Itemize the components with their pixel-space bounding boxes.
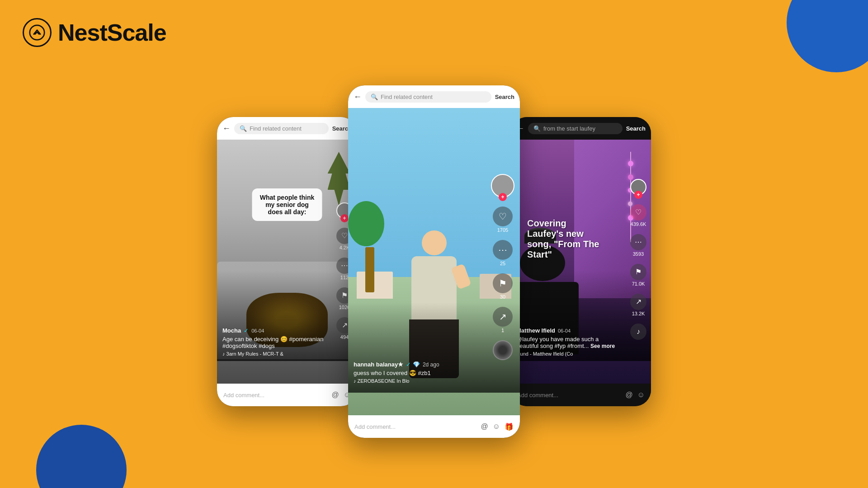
search-bar-left[interactable]: 🔍 Find related content xyxy=(234,123,329,134)
comment-icon-right: ⋯ xyxy=(630,234,646,250)
comment-icons-right: @ ☺ xyxy=(625,391,645,399)
emoji-icon-center[interactable]: ☺ xyxy=(493,422,500,431)
heart-icon-right: ♡ xyxy=(630,204,646,221)
search-icon-right: 🔍 xyxy=(533,125,541,132)
phone-center-header: ← 🔍 Find related content Search xyxy=(348,85,520,108)
follow-btn-center[interactable]: + xyxy=(499,193,507,201)
bookmark-icon-center: ⚑ xyxy=(493,273,513,293)
like-action-center[interactable]: ♡ 1705 xyxy=(493,206,513,233)
house1 xyxy=(357,272,393,299)
music-row-right: ♪ und - Matthew Ifield (Co xyxy=(516,351,619,357)
video-info-left: Mocha ✓ 06-04 Age can be deceiving 😊 #po… xyxy=(222,327,326,357)
username-row-left: Mocha ✓ 06-04 xyxy=(222,327,326,334)
comment-bar-right: Add comment... @ ☺ xyxy=(511,384,651,406)
music-row-left: ♪ 3arn My Rules - MCR-T & xyxy=(222,351,326,357)
phone-right: ← 🔍 from the start laufey Search xyxy=(511,117,651,406)
search-text-center: Find related content xyxy=(381,94,433,100)
share-action-center[interactable]: ↗ 1 xyxy=(493,307,513,333)
search-button-right[interactable]: Search xyxy=(626,125,646,132)
search-icon-center: 🔍 xyxy=(371,94,378,100)
phones-container: ← 🔍 Find related content Search xyxy=(185,85,683,438)
back-arrow-left[interactable]: ← xyxy=(222,124,231,133)
verified-badge-center: ✓ 💎 xyxy=(406,361,420,368)
person-center xyxy=(409,230,459,378)
username-row-right: Matthew Ifield 06-04 xyxy=(516,327,619,334)
comment-icons-center: @ ☺ 🎁 xyxy=(481,422,514,431)
bookmark-icon-right: ⚑ xyxy=(630,264,646,280)
share-action-right[interactable]: ↗ 13.2K xyxy=(630,294,646,316)
gift-icon-center[interactable]: 🎁 xyxy=(505,422,514,431)
search-text-right: from the start laufey xyxy=(543,125,595,132)
phone-left-header: ← 🔍 Find related content Search xyxy=(217,117,357,140)
video-bg-right: Covering Laufey's new song, "From The St… xyxy=(511,140,651,384)
comment-action-right[interactable]: ⋯ 3593 xyxy=(630,234,646,257)
video-info-center: hannah balanay★ ✓ 💎 2d ago guess who I c… xyxy=(354,361,488,384)
comment-bar-center: Add comment... @ ☺ 🎁 xyxy=(348,415,520,438)
phone-center: ← 🔍 Find related content Search xyxy=(348,85,520,438)
back-arrow-center[interactable]: ← xyxy=(354,92,362,102)
logo-text: NestScale xyxy=(58,19,166,46)
text-overlay-right: Covering Laufey's new song, "From The St… xyxy=(520,213,610,265)
video-bg-center: + ♡ 1705 ⋯ 25 ⚑ 30 ↗ xyxy=(348,108,520,415)
video-bg-left: What people think my senior dog does all… xyxy=(217,140,357,384)
username-row-center: hannah balanay★ ✓ 💎 2d ago xyxy=(354,361,488,368)
comment-bar-left: Add comment... @ ☺ xyxy=(217,384,357,406)
text-overlay-left: What people think my senior dog does all… xyxy=(252,188,322,221)
verified-badge-left: ✓ xyxy=(244,327,249,334)
comment-input-center[interactable]: Add comment... xyxy=(354,423,476,430)
tree-trunk xyxy=(365,247,374,292)
caption-right: @laufey you have made such a beautiful s… xyxy=(516,336,619,349)
follow-btn-left[interactable]: + xyxy=(340,214,349,222)
phone-right-header: ← 🔍 from the start laufey Search xyxy=(511,117,651,140)
comment-input-right[interactable]: Add comment... xyxy=(517,392,621,399)
comment-icon-center: ⋯ xyxy=(493,240,513,260)
avatar-container-center: + xyxy=(491,174,514,197)
person-body-center xyxy=(411,256,457,319)
sound-action-right[interactable]: ♪ xyxy=(630,324,646,340)
action-buttons-center: + ♡ 1705 ⋯ 25 ⚑ 30 ↗ xyxy=(491,174,514,360)
at-icon-left[interactable]: @ xyxy=(331,391,339,399)
at-icon-center[interactable]: @ xyxy=(481,422,488,431)
logo-icon xyxy=(23,18,52,47)
video-area-left: What people think my senior dog does all… xyxy=(217,140,357,384)
video-info-right: Matthew Ifield 06-04 @laufey you have ma… xyxy=(516,327,619,357)
save-action-right[interactable]: ⚑ 71.0K xyxy=(630,264,646,286)
search-text-left: Find related content xyxy=(250,125,302,132)
heart-icon-center: ♡ xyxy=(493,206,513,226)
search-button-center[interactable]: Search xyxy=(495,94,514,100)
logo: NestScale xyxy=(23,18,166,47)
sound-icon-right: ♪ xyxy=(630,324,646,340)
tree-leaves xyxy=(348,201,384,246)
action-buttons-right: + ♡ 439.6K ⋯ 3593 ⚑ 71.0K ↗ xyxy=(630,179,646,340)
search-bar-center[interactable]: 🔍 Find related content xyxy=(365,91,491,103)
comment-action-center[interactable]: ⋯ 25 xyxy=(493,240,513,266)
like-action-right[interactable]: ♡ 439.6K xyxy=(630,204,646,227)
person-head-center xyxy=(422,230,447,255)
caption-left: Age can be deceiving 😊 #pomeranian #dogs… xyxy=(222,336,326,349)
avatar-container-right: + xyxy=(630,179,646,195)
at-icon-right[interactable]: @ xyxy=(625,391,632,399)
follow-btn-right[interactable]: + xyxy=(634,191,642,199)
share-icon-right: ↗ xyxy=(630,294,646,310)
video-area-center: + ♡ 1705 ⋯ 25 ⚑ 30 ↗ xyxy=(348,108,520,415)
video-area-right: Covering Laufey's new song, "From The St… xyxy=(511,140,651,384)
comment-input-left[interactable]: Add comment... xyxy=(223,392,327,399)
search-icon-left: 🔍 xyxy=(240,125,247,132)
emoji-icon-right[interactable]: ☺ xyxy=(637,391,645,399)
decorative-circle-top-right xyxy=(787,0,868,72)
share-icon-center: ↗ xyxy=(493,307,513,327)
decorative-circle-bottom-left xyxy=(36,425,127,488)
save-action-center[interactable]: ⚑ 30 xyxy=(493,273,513,300)
phone-left: ← 🔍 Find related content Search xyxy=(217,117,357,406)
caption-center: guess who I covered 😎 #zb1 xyxy=(354,370,488,376)
music-disc-center xyxy=(493,340,513,360)
search-bar-right[interactable]: 🔍 from the start laufey xyxy=(528,123,623,134)
music-row-center: ♪ ZEROBASEONE In Blo xyxy=(354,378,488,384)
